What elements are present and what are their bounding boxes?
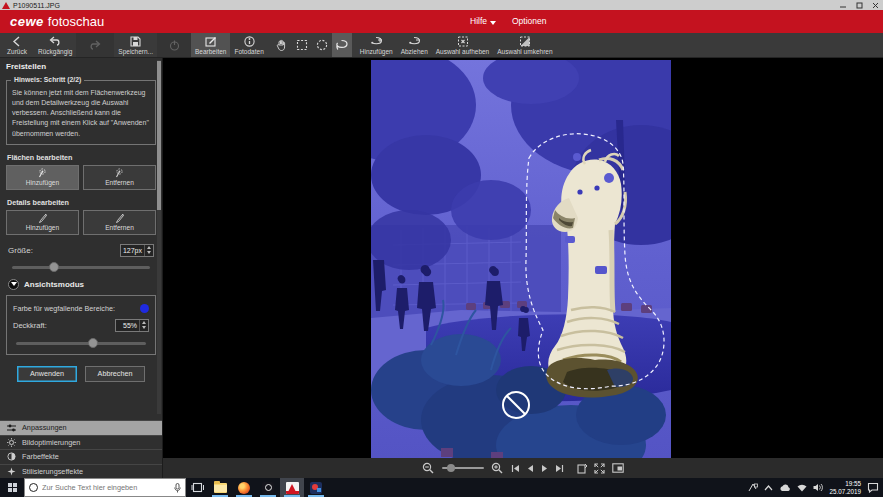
chevron-up-icon[interactable] [764, 485, 773, 491]
surfaces-add-button[interactable]: Hinzufügen [6, 165, 79, 190]
taskbar-clock[interactable]: 19:55 25.07.2019 [829, 480, 861, 496]
deselect-button[interactable]: Auswahl aufheben [432, 33, 494, 57]
start-button[interactable] [0, 478, 24, 497]
action-center-icon[interactable] [867, 482, 879, 493]
zoom-slider[interactable] [442, 467, 484, 469]
taskbar-camera-app[interactable] [256, 478, 280, 497]
last-image-button[interactable] [555, 464, 564, 473]
pan-tool-button[interactable] [272, 33, 292, 57]
restore-button[interactable] [851, 0, 867, 10]
panel-scrollbar[interactable] [157, 60, 161, 414]
close-button[interactable] [867, 0, 883, 10]
image-canvas[interactable] [163, 58, 883, 478]
section-farbeffekte[interactable]: Farbeffekte [0, 449, 162, 464]
surfaces-label: Flächen bearbeiten [7, 153, 155, 162]
volume-icon[interactable] [813, 483, 823, 492]
redo-button [76, 33, 114, 57]
app-brand: cewe fotoschau [10, 14, 104, 29]
opacity-slider[interactable] [16, 342, 146, 345]
back-button[interactable]: Zurück [0, 33, 34, 57]
task-view-button[interactable] [186, 478, 208, 497]
cancel-button[interactable]: Abbrechen [85, 366, 145, 382]
size-spinner[interactable]: 127px [120, 244, 154, 257]
minimize-button[interactable] [835, 0, 851, 10]
contrast-circle-icon [7, 452, 16, 461]
hint-text: Sie können jetzt mit dem Flächenwerkzeug… [12, 88, 150, 139]
section-stilisierungseffekte[interactable]: Stilisierungseffekte [0, 464, 162, 479]
size-slider[interactable] [12, 266, 150, 269]
fullscreen-button[interactable] [594, 463, 605, 474]
menu-hilfe[interactable]: Hilfe [470, 16, 496, 26]
viewmode-collapse-icon[interactable] [8, 279, 19, 290]
onedrive-cloud-icon[interactable] [779, 484, 791, 492]
lasso-icon [335, 39, 348, 51]
hint-groupbox: Hinweis: Schritt (2/2) Sie können jetzt … [6, 80, 156, 145]
taskbar-firefox[interactable] [232, 478, 256, 497]
size-slider-knob[interactable] [49, 262, 59, 272]
zoom-slider-knob[interactable] [447, 464, 455, 472]
section-bildoptimierungen[interactable]: Bildoptimierungen [0, 435, 162, 450]
app-window: P1090511.JPG cewe fotoschau Hilfe Option… [0, 0, 883, 497]
section-anpassungen[interactable]: Anpassungen [0, 420, 162, 435]
zoom-in-button[interactable] [491, 462, 504, 475]
firefox-icon [238, 482, 250, 494]
freistellen-panel: Freistellen Hinweis: Schritt (2/2) Sie k… [0, 58, 163, 478]
main-toolbar: Zurück Rückgängig Speichern... Bearbeite… [0, 33, 883, 58]
size-label: Größe: [8, 246, 33, 255]
selection-add-button[interactable]: Hinzufügen [356, 33, 397, 57]
titlebar: P1090511.JPG [0, 0, 883, 10]
menubar: cewe fotoschau Hilfe Optionen [0, 10, 883, 33]
opacity-label: Deckkraft: [13, 321, 47, 330]
spinner-arrows-icon[interactable] [144, 245, 153, 256]
taskbar-cewe-fotoschau[interactable] [280, 478, 304, 497]
zoom-out-button[interactable] [422, 462, 435, 475]
first-image-button[interactable] [511, 464, 520, 473]
rotate-crop-button[interactable] [576, 463, 587, 474]
hand-icon [276, 39, 287, 51]
sparkle-icon [7, 467, 16, 476]
selection-subtract-button[interactable]: Abziehen [397, 33, 432, 57]
taskbar-paint-app[interactable] [304, 478, 328, 497]
details-label: Details bearbeiten [7, 198, 155, 207]
lasso-subtract-icon [408, 36, 421, 47]
details-remove-button[interactable]: Entfernen [83, 210, 156, 235]
fit-image-button[interactable] [612, 463, 624, 473]
taskbar-search[interactable] [24, 478, 186, 497]
upload-button [157, 33, 191, 57]
redo-icon [88, 40, 102, 51]
save-button[interactable]: Speichern... [114, 33, 157, 57]
sun-icon [7, 438, 16, 447]
photodata-button[interactable]: Fotodaten [230, 33, 267, 57]
menu-optionen[interactable]: Optionen [512, 16, 547, 26]
prev-image-button[interactable] [527, 464, 534, 473]
effect-sections: Anpassungen Bildoptimierungen Farbeffekt… [0, 420, 162, 478]
brand-fotoschau: fotoschau [48, 14, 104, 29]
panel-scrollbar-thumb[interactable] [157, 61, 161, 210]
apply-button[interactable]: Anwenden [17, 366, 77, 382]
next-image-button[interactable] [541, 464, 548, 473]
surfaces-remove-button[interactable]: Entfernen [83, 165, 156, 190]
photo-merlion[interactable] [371, 60, 671, 458]
info-icon [244, 36, 255, 47]
undo-button[interactable]: Rückgängig [34, 33, 76, 57]
dropout-color-swatch[interactable] [140, 304, 149, 313]
cewe-app-icon [2, 2, 10, 9]
opacity-spinner[interactable]: 55% [115, 319, 149, 332]
invert-selection-button[interactable]: Auswahl umkehren [493, 33, 556, 57]
pen-input-icon[interactable] [748, 483, 758, 492]
ellipse-select-tool-button[interactable] [312, 33, 332, 57]
rect-select-tool-button[interactable] [292, 33, 312, 57]
spinner-arrows-icon[interactable] [139, 320, 148, 331]
details-add-button[interactable]: Hinzufügen [6, 210, 79, 235]
opacity-slider-knob[interactable] [88, 338, 98, 348]
taskbar-file-explorer[interactable] [208, 478, 232, 497]
search-input[interactable] [42, 483, 170, 492]
hint-legend: Hinweis: Schritt (2/2) [11, 76, 84, 83]
chevron-down-icon [490, 21, 496, 25]
edit-button[interactable]: Bearbeiten [191, 33, 230, 57]
lasso-tool-button[interactable] [332, 33, 352, 57]
folder-icon [214, 483, 227, 493]
chevron-left-icon [11, 36, 23, 47]
invert-selection-icon [519, 36, 531, 47]
network-icon[interactable] [797, 484, 807, 492]
